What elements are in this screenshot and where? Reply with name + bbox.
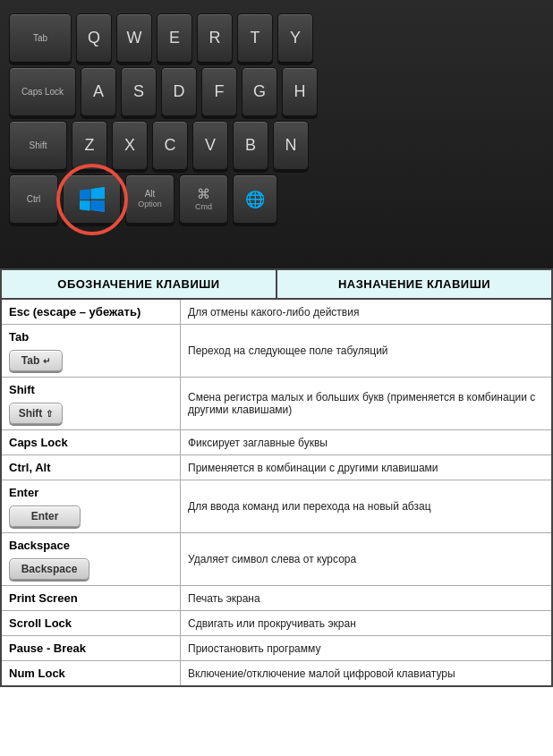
h-key[interactable]: H	[282, 67, 318, 116]
table-row: Backspace Backspace Удаляет символ слева…	[2, 533, 551, 586]
caps-lock-key[interactable]: Caps Lock	[9, 67, 76, 116]
option-key-wrapper	[63, 174, 121, 224]
header-key-purpose: НАЗНАЧЕНИЕ КЛАВИШИ	[277, 270, 551, 298]
key-desc-num-lock: Включение/отключение малой цифровой клав…	[181, 661, 551, 685]
table-row: Shift Shift ⇧ Смена регистра малых и бол…	[2, 378, 551, 430]
d-key[interactable]: D	[161, 67, 197, 116]
z-key[interactable]: Z	[72, 121, 107, 170]
key-desc-print-screen: Печать экрана	[181, 586, 551, 610]
table-row: Print Screen Печать экрана	[2, 586, 551, 611]
key-name-pause-break: Pause - Break	[2, 636, 181, 660]
key-name-scroll-lock: Scroll Lock	[2, 611, 181, 635]
s-key[interactable]: S	[121, 67, 157, 116]
key-name-shift: Shift Shift ⇧	[2, 378, 181, 429]
globe-key[interactable]: 🌐	[233, 174, 277, 224]
backspace-visual-key: Backspace	[9, 558, 89, 580]
r-key[interactable]: R	[197, 13, 233, 63]
f-key[interactable]: F	[201, 67, 237, 116]
cmd-key[interactable]: ⌘ Cmd	[179, 174, 228, 224]
key-name-caps: Caps Lock	[2, 430, 181, 454]
key-desc-caps: Фиксирует заглавные буквы	[181, 430, 551, 454]
keyboard-row-3: Shift Z X C V B N	[9, 121, 544, 170]
n-key[interactable]: N	[273, 121, 309, 170]
key-name-ctrl-alt: Ctrl, Alt	[2, 455, 181, 480]
key-desc-pause-break: Приостановить программу	[181, 636, 551, 660]
key-desc-esc: Для отмены какого-либо действия	[181, 300, 551, 324]
key-name-enter: Enter Enter	[2, 480, 181, 532]
windows-logo-icon	[80, 187, 105, 212]
windows-option-key[interactable]	[63, 174, 121, 224]
key-desc-tab: Переход на следующее поле табуляций	[181, 325, 551, 377]
v-key[interactable]: V	[192, 121, 228, 170]
tab-key[interactable]: Tab	[9, 13, 72, 63]
header-key-name: ОБОЗНАЧЕНИЕ КЛАВИШИ	[2, 270, 277, 298]
table-row: Esc (escape – убежать) Для отмены какого…	[2, 300, 551, 325]
key-name-esc: Esc (escape – убежать)	[2, 300, 181, 324]
tab-visual-key-container: Tab ↵	[9, 346, 63, 371]
table-row: Scroll Lock Сдвигать или прокручивать эк…	[2, 611, 551, 636]
shift-visual-key-container: Shift ⇧	[9, 399, 63, 424]
g-key[interactable]: G	[242, 67, 277, 116]
shift-left-key[interactable]: Shift	[9, 121, 67, 170]
key-name-print-screen: Print Screen	[2, 586, 181, 610]
keyboard-row-4: Ctrl Alt	[9, 174, 544, 224]
a-key[interactable]: A	[81, 67, 116, 116]
c-key[interactable]: C	[152, 121, 188, 170]
table-header: ОБОЗНАЧЕНИЕ КЛАВИШИ НАЗНАЧЕНИЕ КЛАВИШИ	[2, 270, 551, 300]
q-key[interactable]: Q	[76, 13, 112, 63]
backspace-visual-key-container: Backspace	[9, 555, 89, 580]
keyboard-image: Tab Q W E R T Y Caps Lock A S D F G H Sh…	[0, 0, 553, 268]
key-desc-shift: Смена регистра малых и больших букв (при…	[181, 378, 551, 429]
table-row: Ctrl, Alt Применяется в комбинации с дру…	[2, 455, 551, 480]
key-desc-backspace: Удаляет символ слева от курсора	[181, 533, 551, 585]
enter-visual-key-container: Enter	[9, 502, 81, 527]
key-desc-ctrl-alt: Применяется в комбинации с другими клави…	[181, 455, 551, 480]
alt-option-key[interactable]: Alt Option	[125, 174, 174, 224]
table-row: Caps Lock Фиксирует заглавные буквы	[2, 430, 551, 455]
key-name-tab: Tab Tab ↵	[2, 325, 181, 377]
keyboard-row-1: Tab Q W E R T Y	[9, 13, 544, 63]
table-row: Num Lock Включение/отключение малой цифр…	[2, 661, 551, 685]
table-row: Pause - Break Приостановить программу	[2, 636, 551, 661]
table-row: Enter Enter Для ввода команд или переход…	[2, 480, 551, 533]
tab-visual-key: Tab ↵	[9, 350, 63, 371]
x-key[interactable]: X	[112, 121, 148, 170]
e-key[interactable]: E	[157, 13, 192, 63]
t-key[interactable]: T	[237, 13, 273, 63]
key-name-num-lock: Num Lock	[2, 661, 181, 685]
ctrl-key[interactable]: Ctrl	[9, 174, 58, 224]
key-name-backspace: Backspace Backspace	[2, 533, 181, 585]
shift-visual-key: Shift ⇧	[9, 403, 63, 424]
b-key[interactable]: B	[233, 121, 268, 170]
keyboard-reference-table: ОБОЗНАЧЕНИЕ КЛАВИШИ НАЗНАЧЕНИЕ КЛАВИШИ E…	[0, 268, 553, 687]
table-row: Tab Tab ↵ Переход на следующее поле табу…	[2, 325, 551, 378]
w-key[interactable]: W	[116, 13, 152, 63]
y-key[interactable]: Y	[277, 13, 313, 63]
key-desc-enter: Для ввода команд или перехода на новый а…	[181, 480, 551, 532]
key-desc-scroll-lock: Сдвигать или прокручивать экран	[181, 611, 551, 635]
enter-visual-key: Enter	[9, 505, 81, 527]
keyboard-row-2: Caps Lock A S D F G H	[9, 67, 544, 116]
